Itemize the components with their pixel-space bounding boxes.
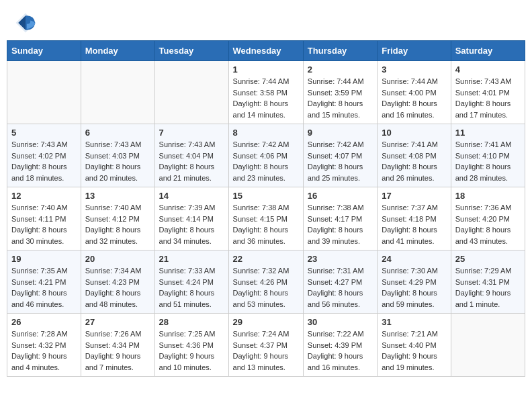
calendar-cell: 19Sunrise: 7:35 AM Sunset: 4:21 PM Dayli… [7,250,81,314]
day-info: Sunrise: 7:40 AM Sunset: 4:11 PM Dayligh… [11,202,77,246]
calendar-cell: 16Sunrise: 7:38 AM Sunset: 4:17 PM Dayli… [303,187,377,250]
day-number: 28 [159,317,224,327]
day-number: 7 [159,128,224,138]
day-info: Sunrise: 7:21 AM Sunset: 4:40 PM Dayligh… [382,328,446,373]
day-info: Sunrise: 7:35 AM Sunset: 4:21 PM Dayligh… [11,265,77,310]
calendar-table: SundayMondayTuesdayWednesdayThursdayFrid… [7,40,525,377]
day-info: Sunrise: 7:36 AM Sunset: 4:20 PM Dayligh… [455,202,521,246]
calendar-cell: 1Sunrise: 7:44 AM Sunset: 3:58 PM Daylig… [228,61,303,124]
day-info: Sunrise: 7:28 AM Sunset: 4:32 PM Dayligh… [11,328,77,373]
day-info: Sunrise: 7:29 AM Sunset: 4:31 PM Dayligh… [455,265,521,310]
day-number: 22 [233,254,299,264]
day-number: 1 [233,64,299,75]
day-number: 13 [85,191,150,201]
calendar-week-row: 5Sunrise: 7:43 AM Sunset: 4:02 PM Daylig… [7,124,525,187]
day-info: Sunrise: 7:38 AM Sunset: 4:17 PM Dayligh… [308,202,373,246]
day-number: 4 [455,64,521,75]
day-info: Sunrise: 7:33 AM Sunset: 4:24 PM Dayligh… [159,265,224,310]
day-info: Sunrise: 7:26 AM Sunset: 4:34 PM Dayligh… [85,328,150,373]
calendar-cell: 14Sunrise: 7:39 AM Sunset: 4:14 PM Dayli… [154,187,228,250]
day-number: 18 [455,191,521,201]
page-header [0,0,532,40]
day-number: 2 [308,64,373,75]
day-info: Sunrise: 7:25 AM Sunset: 4:36 PM Dayligh… [159,328,224,373]
day-number: 25 [455,254,521,264]
calendar-cell: 7Sunrise: 7:43 AM Sunset: 4:04 PM Daylig… [154,124,228,187]
calendar-header-row: SundayMondayTuesdayWednesdayThursdayFrid… [7,41,525,61]
calendar-week-row: 1Sunrise: 7:44 AM Sunset: 3:58 PM Daylig… [7,61,525,124]
day-info: Sunrise: 7:42 AM Sunset: 4:06 PM Dayligh… [233,139,299,183]
day-number: 20 [85,254,150,264]
day-number: 10 [382,128,446,138]
day-number: 29 [233,317,299,327]
day-info: Sunrise: 7:43 AM Sunset: 4:03 PM Dayligh… [85,139,150,183]
calendar-header-saturday: Saturday [451,41,525,61]
calendar-cell: 15Sunrise: 7:38 AM Sunset: 4:15 PM Dayli… [228,187,303,250]
calendar-header-tuesday: Tuesday [154,41,228,61]
calendar-cell: 30Sunrise: 7:22 AM Sunset: 4:39 PM Dayli… [303,314,377,377]
day-number: 15 [233,191,299,201]
day-number: 31 [382,317,446,327]
calendar-header-monday: Monday [81,41,154,61]
calendar-cell: 31Sunrise: 7:21 AM Sunset: 4:40 PM Dayli… [378,314,451,377]
day-number: 9 [308,128,373,138]
day-info: Sunrise: 7:43 AM Sunset: 4:01 PM Dayligh… [455,76,521,120]
calendar-cell: 17Sunrise: 7:37 AM Sunset: 4:18 PM Dayli… [378,187,451,250]
day-number: 6 [85,128,150,138]
calendar-cell: 28Sunrise: 7:25 AM Sunset: 4:36 PM Dayli… [154,314,228,377]
calendar-cell: 22Sunrise: 7:32 AM Sunset: 4:26 PM Dayli… [228,250,303,314]
calendar-cell: 26Sunrise: 7:28 AM Sunset: 4:32 PM Dayli… [7,314,81,377]
day-info: Sunrise: 7:43 AM Sunset: 4:02 PM Dayligh… [11,139,77,183]
day-info: Sunrise: 7:39 AM Sunset: 4:14 PM Dayligh… [159,202,224,246]
day-number: 17 [382,191,446,201]
calendar-cell: 24Sunrise: 7:30 AM Sunset: 4:29 PM Dayli… [378,250,451,314]
day-info: Sunrise: 7:44 AM Sunset: 3:59 PM Dayligh… [308,76,373,120]
calendar-cell: 18Sunrise: 7:36 AM Sunset: 4:20 PM Dayli… [451,187,525,250]
day-number: 11 [455,128,521,138]
calendar-cell: 9Sunrise: 7:42 AM Sunset: 4:07 PM Daylig… [303,124,377,187]
calendar-cell: 23Sunrise: 7:31 AM Sunset: 4:27 PM Dayli… [303,250,377,314]
calendar-cell: 3Sunrise: 7:44 AM Sunset: 4:00 PM Daylig… [378,61,451,124]
day-info: Sunrise: 7:34 AM Sunset: 4:23 PM Dayligh… [85,265,150,310]
calendar-cell: 6Sunrise: 7:43 AM Sunset: 4:03 PM Daylig… [81,124,154,187]
calendar-week-row: 19Sunrise: 7:35 AM Sunset: 4:21 PM Dayli… [7,250,525,314]
calendar-cell: 21Sunrise: 7:33 AM Sunset: 4:24 PM Dayli… [154,250,228,314]
logo-icon [13,11,38,35]
day-info: Sunrise: 7:22 AM Sunset: 4:39 PM Dayligh… [308,328,373,373]
calendar-cell: 8Sunrise: 7:42 AM Sunset: 4:06 PM Daylig… [228,124,303,187]
day-info: Sunrise: 7:24 AM Sunset: 4:37 PM Dayligh… [233,328,299,373]
day-number: 5 [11,128,77,138]
calendar-week-row: 12Sunrise: 7:40 AM Sunset: 4:11 PM Dayli… [7,187,525,250]
logo [13,11,40,35]
calendar-cell: 20Sunrise: 7:34 AM Sunset: 4:23 PM Dayli… [81,250,154,314]
day-info: Sunrise: 7:32 AM Sunset: 4:26 PM Dayligh… [233,265,299,310]
day-info: Sunrise: 7:30 AM Sunset: 4:29 PM Dayligh… [382,265,446,310]
day-number: 23 [308,254,373,264]
day-info: Sunrise: 7:40 AM Sunset: 4:12 PM Dayligh… [85,202,150,246]
calendar-cell: 29Sunrise: 7:24 AM Sunset: 4:37 PM Dayli… [228,314,303,377]
day-info: Sunrise: 7:42 AM Sunset: 4:07 PM Dayligh… [308,139,373,183]
day-number: 14 [159,191,224,201]
day-number: 16 [308,191,373,201]
day-number: 21 [159,254,224,264]
day-number: 26 [11,317,77,327]
calendar-cell: 12Sunrise: 7:40 AM Sunset: 4:11 PM Dayli… [7,187,81,250]
calendar-container: SundayMondayTuesdayWednesdayThursdayFrid… [0,40,532,383]
calendar-cell [451,314,525,377]
day-info: Sunrise: 7:31 AM Sunset: 4:27 PM Dayligh… [308,265,373,310]
calendar-cell: 25Sunrise: 7:29 AM Sunset: 4:31 PM Dayli… [451,250,525,314]
calendar-cell: 4Sunrise: 7:43 AM Sunset: 4:01 PM Daylig… [451,61,525,124]
calendar-header-thursday: Thursday [303,41,377,61]
day-info: Sunrise: 7:41 AM Sunset: 4:08 PM Dayligh… [382,139,446,183]
calendar-cell: 5Sunrise: 7:43 AM Sunset: 4:02 PM Daylig… [7,124,81,187]
calendar-cell: 13Sunrise: 7:40 AM Sunset: 4:12 PM Dayli… [81,187,154,250]
calendar-cell: 2Sunrise: 7:44 AM Sunset: 3:59 PM Daylig… [303,61,377,124]
calendar-cell: 10Sunrise: 7:41 AM Sunset: 4:08 PM Dayli… [378,124,451,187]
day-info: Sunrise: 7:41 AM Sunset: 4:10 PM Dayligh… [455,139,521,183]
day-info: Sunrise: 7:44 AM Sunset: 3:58 PM Dayligh… [233,76,299,120]
day-info: Sunrise: 7:38 AM Sunset: 4:15 PM Dayligh… [233,202,299,246]
calendar-header-friday: Friday [378,41,451,61]
calendar-week-row: 26Sunrise: 7:28 AM Sunset: 4:32 PM Dayli… [7,314,525,377]
calendar-cell: 27Sunrise: 7:26 AM Sunset: 4:34 PM Dayli… [81,314,154,377]
day-number: 30 [308,317,373,327]
